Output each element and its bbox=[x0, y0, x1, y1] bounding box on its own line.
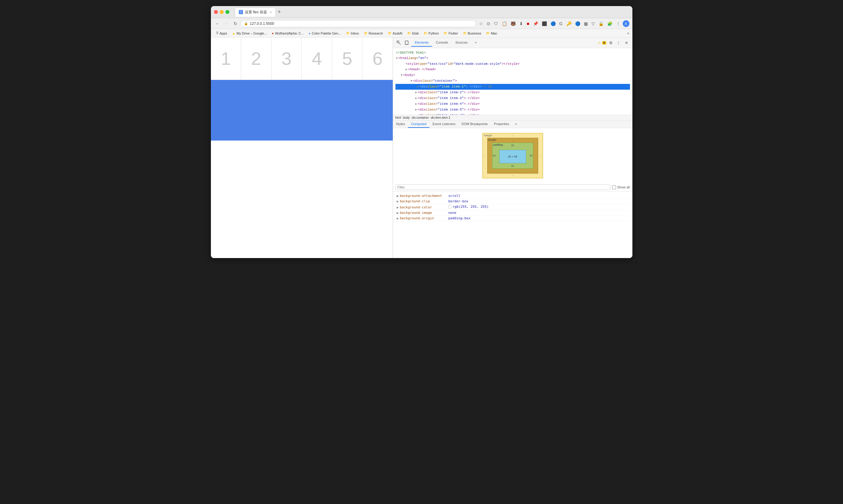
extension-icon-15[interactable]: 🔒 bbox=[597, 21, 605, 26]
browser-tab[interactable]: f 设置 flex 容器 × bbox=[235, 7, 276, 17]
tab-more[interactable]: » bbox=[471, 39, 480, 47]
extension-icon-14[interactable]: ▽ bbox=[590, 21, 596, 26]
padding-right-value: 30 bbox=[529, 154, 532, 157]
panel-tab-properties[interactable]: Properties bbox=[491, 121, 512, 128]
bookmark-research[interactable]: 📁 Research bbox=[362, 31, 385, 36]
extension-icon-13[interactable]: ▦ bbox=[583, 21, 589, 26]
devtools-close-button[interactable]: ✕ bbox=[623, 39, 630, 46]
panel-tab-more[interactable]: » bbox=[512, 121, 520, 128]
box-content: 25 × 59 bbox=[499, 150, 526, 163]
extension-icon-2[interactable]: 🛡 bbox=[493, 21, 499, 26]
bookmark-wolfram[interactable]: ● Wolfram|Alpha: C... bbox=[270, 31, 306, 36]
dom-line-style[interactable]: <style type="text/css" id="dark-mode-cus… bbox=[396, 61, 630, 67]
dom-line-item1[interactable]: … ▶ <div class="item item-1" > … </div> … bbox=[396, 84, 630, 90]
prop-background-attachment[interactable]: ▶ background-attachment scroll bbox=[396, 193, 630, 199]
prop-value-background-clip: border-box bbox=[449, 199, 469, 203]
prop-background-image[interactable]: ▶ background-image none bbox=[396, 210, 630, 216]
back-button[interactable]: ← bbox=[214, 21, 221, 26]
extension-icon-3[interactable]: 📋 bbox=[500, 21, 508, 26]
bookmark-mac[interactable]: 📁 Mac bbox=[484, 31, 499, 36]
bookmark-flutter[interactable]: 📁 Flutter bbox=[441, 31, 460, 36]
tab-elements[interactable]: Elements bbox=[411, 39, 433, 47]
bookmark-apps[interactable]: ⠿ Apps bbox=[214, 31, 229, 36]
tab-console[interactable]: Console bbox=[432, 39, 452, 47]
devtools-actions: ⚠ 8 ⚙ ⋮ ✕ bbox=[598, 39, 630, 46]
maximize-window-button[interactable] bbox=[226, 10, 229, 14]
dom-line-item5[interactable]: ▶ <div class="item item-5" > … </div> bbox=[396, 107, 630, 113]
reload-button[interactable]: ↻ bbox=[232, 21, 239, 26]
bookmark-inbox[interactable]: 📁 Inbox bbox=[344, 31, 361, 36]
breadcrumb-body[interactable]: body bbox=[403, 116, 410, 119]
extension-icon-9[interactable]: 🔵 bbox=[549, 21, 557, 26]
dom-line-html[interactable]: ▼ <html lang="en" > bbox=[396, 55, 630, 61]
lock-icon: 🔒 bbox=[244, 21, 248, 25]
device-mode-button[interactable] bbox=[403, 39, 410, 46]
prop-name-background-origin: background-origin bbox=[400, 216, 449, 220]
extension-icon-1[interactable]: ⊙ bbox=[486, 21, 492, 26]
settings-button[interactable]: ⋮ bbox=[615, 21, 621, 26]
bookmarks-more-button[interactable]: » bbox=[627, 31, 629, 35]
panel-tab-dom-breakpoints[interactable]: DOM Breakpoints bbox=[458, 121, 491, 128]
close-window-button[interactable] bbox=[214, 10, 218, 14]
prop-value-background-image: none bbox=[449, 211, 457, 215]
dom-line-item2[interactable]: ▶ <div class="item item-2" > … </div> bbox=[396, 90, 630, 95]
dom-line-item6[interactable]: ▶ <div class="item item-6" > … </div> bbox=[396, 113, 630, 115]
star-icon[interactable]: ☆ bbox=[478, 21, 484, 26]
dom-line-item4[interactable]: ▶ <div class="item item-4" > … </div> bbox=[396, 101, 630, 107]
show-all-checkbox[interactable] bbox=[612, 185, 616, 189]
dom-line-head[interactable]: ▶ <head> … </head> bbox=[396, 67, 630, 72]
dom-line-body[interactable]: ▼ <body> bbox=[396, 72, 630, 78]
new-tab-button[interactable]: + bbox=[278, 9, 281, 15]
address-bar[interactable]: 🔒 127.0.0.1:5500 bbox=[241, 20, 476, 27]
extension-icon-6[interactable]: ■ bbox=[525, 21, 530, 26]
prop-toggle-icon[interactable]: ▶ bbox=[397, 217, 399, 220]
user-avatar[interactable]: A bbox=[623, 20, 629, 27]
prop-toggle-icon[interactable]: ▶ bbox=[397, 200, 399, 203]
devtools-settings-button[interactable]: ⚙ bbox=[608, 39, 614, 46]
box-model-diagram: margin - - - - border - padding bbox=[482, 133, 543, 178]
dom-line-doctype[interactable]: <!DOCTYPE html> bbox=[396, 50, 630, 55]
dom-line-container[interactable]: ▼ <div class="container" > bbox=[396, 78, 630, 84]
panel-tab-computed[interactable]: Computed bbox=[408, 121, 429, 128]
prop-background-origin[interactable]: ▶ background-origin padding-box bbox=[396, 216, 630, 221]
extension-icon-8[interactable]: ⬛ bbox=[541, 21, 548, 26]
bookmark-elab[interactable]: 📁 Elab bbox=[405, 31, 421, 36]
dom-tree[interactable]: <!DOCTYPE html> ▼ <html lang="en" > <sty… bbox=[393, 48, 632, 115]
bookmark-color[interactable]: ● Color Palette Gen... bbox=[306, 31, 343, 36]
breadcrumb-container[interactable]: div.container bbox=[412, 116, 429, 119]
panel-tab-event-listeners[interactable]: Event Listeners bbox=[429, 121, 458, 128]
prop-background-color[interactable]: ▶ background-color rgb(255, 255, 255) bbox=[396, 204, 630, 210]
panel-tab-styles[interactable]: Styles bbox=[393, 121, 408, 128]
show-all-label[interactable]: Show all bbox=[612, 185, 630, 189]
bookmark-drive[interactable]: ▲ My Drive – Google... bbox=[230, 31, 269, 36]
extensions-button[interactable]: 🧩 bbox=[606, 21, 614, 26]
filter-input[interactable] bbox=[396, 184, 610, 190]
tab-close-button[interactable]: × bbox=[270, 10, 272, 14]
devtools-more-button[interactable]: ⋮ bbox=[615, 39, 622, 46]
extension-icon-4[interactable]: 🐻 bbox=[509, 21, 517, 26]
breadcrumb-item1[interactable]: div.item.item-1 bbox=[431, 116, 450, 119]
extension-icon-7[interactable]: 📌 bbox=[532, 21, 539, 26]
extension-icon-10[interactable]: G bbox=[558, 21, 564, 26]
bookmark-python[interactable]: 📁 Python bbox=[421, 31, 441, 36]
show-all-text: Show all bbox=[617, 185, 630, 189]
bookmark-azatai[interactable]: 📁 AzatAI bbox=[386, 31, 405, 36]
breadcrumb-html[interactable]: html bbox=[396, 116, 401, 119]
devtools-main-tabs: Elements Console Sources » bbox=[411, 39, 597, 47]
prop-toggle-icon[interactable]: ▶ bbox=[397, 206, 399, 209]
forward-button[interactable]: → bbox=[223, 21, 230, 26]
prop-toggle-icon[interactable]: ▶ bbox=[397, 211, 399, 214]
extension-icon-5[interactable]: ⬇ bbox=[518, 21, 524, 26]
prop-background-clip[interactable]: ▶ background-clip border-box bbox=[396, 199, 630, 204]
folder-icon-business: 📁 bbox=[463, 32, 467, 35]
extension-icon-12[interactable]: 🔵 bbox=[574, 21, 581, 26]
preview-content: 1 2 3 4 5 6 bbox=[211, 38, 393, 258]
prop-toggle-icon[interactable]: ▶ bbox=[397, 195, 399, 197]
extension-icon-11[interactable]: 🔑 bbox=[565, 21, 573, 26]
bookmark-business[interactable]: 📁 Business bbox=[461, 31, 484, 36]
minimize-window-button[interactable] bbox=[220, 10, 224, 14]
inspect-element-button[interactable] bbox=[396, 39, 402, 46]
tab-sources[interactable]: Sources bbox=[452, 39, 471, 47]
dom-line-item3[interactable]: ▶ <div class="item item-3" > … </div> bbox=[396, 95, 630, 101]
drive-icon: ▲ bbox=[232, 32, 235, 35]
